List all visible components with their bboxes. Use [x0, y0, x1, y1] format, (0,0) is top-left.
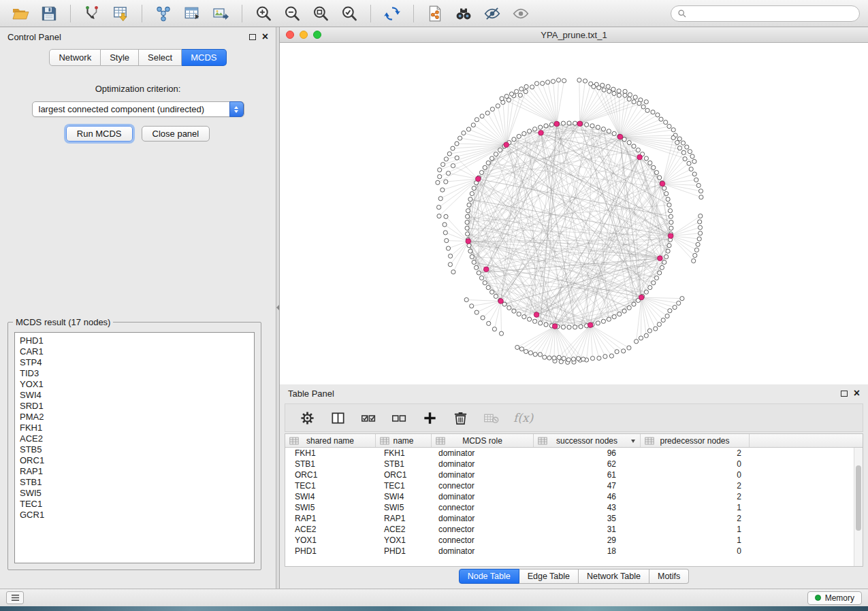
cell: 61: [534, 470, 641, 480]
gear-button[interactable]: [298, 408, 317, 427]
window-minimize-button[interactable]: [300, 31, 308, 39]
delete-button[interactable]: [451, 408, 470, 427]
splitter-collapse-icon[interactable]: [276, 305, 279, 310]
cell: 62: [534, 459, 641, 469]
tab-network[interactable]: Network: [49, 49, 101, 66]
delete-icon: [453, 410, 468, 426]
run-mcds-button[interactable]: Run MCDS: [66, 126, 133, 142]
dominator-node: [637, 154, 643, 160]
search-box[interactable]: [671, 5, 860, 22]
cell: dominator: [432, 546, 534, 556]
cell: 1: [641, 525, 750, 534]
table-panel-title: Table Panel: [288, 389, 334, 399]
close-panel-button[interactable]: Close panel: [142, 126, 210, 142]
result-node-item: PMA2: [20, 412, 254, 423]
import-network-button[interactable]: [80, 3, 104, 24]
table-row[interactable]: ACE2ACE2connector311: [285, 524, 863, 535]
import-public-button[interactable]: [423, 3, 447, 24]
memory-button[interactable]: Memory: [807, 591, 862, 605]
optimization-criterion-select[interactable]: largest connected component (undirected): [32, 101, 244, 117]
save-button[interactable]: [37, 3, 61, 24]
zoom-fit-button[interactable]: [308, 3, 333, 24]
window-close-button[interactable]: [286, 31, 294, 39]
new-table-icon: [183, 5, 201, 22]
cell: 43: [534, 503, 641, 512]
result-node-item: STP4: [20, 357, 254, 368]
refresh-button[interactable]: [380, 3, 404, 24]
status-menu-button[interactable]: [6, 591, 24, 604]
dominator-node: [539, 130, 544, 135]
cell: SWI5: [285, 503, 376, 512]
cell: FKH1: [285, 448, 376, 458]
table-row[interactable]: TEC1TEC1connector472: [285, 480, 863, 491]
tab-node-table[interactable]: Node Table: [459, 569, 519, 584]
function-builder-button[interactable]: f(x): [513, 411, 533, 425]
cell: SWI4: [285, 492, 376, 501]
dominator-node: [476, 176, 481, 182]
check-none-button[interactable]: [389, 408, 408, 427]
window-zoom-button[interactable]: [313, 31, 321, 39]
attribute-icon: [436, 437, 445, 445]
search-input[interactable]: [691, 8, 853, 18]
column-header-predecessor-nodes[interactable]: predecessor nodes: [641, 434, 750, 447]
close-panel-icon[interactable]: ×: [262, 33, 268, 40]
table-row[interactable]: ORC1ORC1dominator610: [285, 469, 863, 480]
zoom-selected-button[interactable]: [337, 3, 361, 24]
open-folder-button[interactable]: [8, 3, 33, 24]
column-header-successor-nodes[interactable]: successor nodes: [534, 434, 641, 447]
new-network-button[interactable]: [151, 3, 176, 24]
tab-motifs[interactable]: Motifs: [649, 569, 689, 584]
close-table-panel-icon[interactable]: ×: [854, 390, 860, 397]
cell: 1: [641, 503, 750, 512]
cell: RAP1: [376, 514, 432, 523]
float-panel-icon[interactable]: [249, 34, 256, 40]
optimization-label: Optimization criterion:: [0, 84, 276, 94]
table-row[interactable]: YOX1YOX1connector291: [285, 535, 863, 546]
import-table-button[interactable]: [108, 3, 133, 24]
tab-mcds[interactable]: MCDS: [182, 49, 226, 66]
table-row[interactable]: SWI4SWI4dominator462: [285, 491, 863, 502]
column-header-name[interactable]: name: [376, 434, 432, 447]
tab-edge-table[interactable]: Edge Table: [519, 569, 579, 584]
column-header-MCDS-role[interactable]: MCDS role: [432, 434, 534, 447]
mcds-result-group: MCDS result (17 nodes) PHD1CAR1STP4TID3Y…: [7, 317, 261, 570]
check-all-icon: [361, 410, 376, 426]
check-all-button[interactable]: [359, 408, 378, 427]
save-icon: [40, 5, 58, 22]
tab-select[interactable]: Select: [139, 49, 182, 66]
column-header-shared-name[interactable]: shared name: [285, 434, 376, 447]
node-table: shared namenameMCDS rolesuccessor nodesp…: [285, 433, 863, 567]
first-neighbors-button[interactable]: [451, 3, 476, 24]
columns-button[interactable]: [328, 408, 347, 427]
new-table-button[interactable]: [180, 3, 204, 24]
zoom-out-button[interactable]: [280, 3, 304, 24]
table-row[interactable]: STB1STB1dominator620: [285, 459, 863, 469]
table-row[interactable]: SWI5SWI5connector431: [285, 502, 863, 513]
zoom-in-button[interactable]: [251, 3, 276, 24]
cell: 46: [534, 492, 641, 501]
tab-network-table[interactable]: Network Table: [579, 569, 649, 584]
cell: 1: [641, 535, 750, 545]
export-image-button[interactable]: [208, 3, 233, 24]
cell: dominator: [432, 492, 534, 501]
mcds-result-list[interactable]: PHD1CAR1STP4TID3YOX1SWI4SRD1PMA2FKH1ACE2…: [14, 332, 255, 563]
sort-dropdown-icon[interactable]: [631, 440, 635, 443]
table-row[interactable]: RAP1RAP1dominator352: [285, 513, 863, 524]
add-button[interactable]: [420, 408, 439, 427]
scrollbar-thumb[interactable]: [856, 465, 861, 531]
control-panel: Control Panel × NetworkStyleSelectMCDS O…: [0, 27, 276, 589]
tab-style[interactable]: Style: [101, 49, 139, 66]
show-all-button[interactable]: [509, 3, 533, 24]
cell: connector: [432, 525, 534, 534]
column-label: MCDS role: [462, 436, 502, 446]
network-canvas[interactable]: [280, 43, 868, 384]
hide-selected-button[interactable]: [480, 3, 504, 24]
table-row[interactable]: FKH1FKH1dominator962: [285, 448, 863, 459]
cell: dominator: [432, 448, 534, 458]
add-icon: [422, 410, 438, 426]
float-table-panel-icon[interactable]: [841, 391, 848, 397]
table-scrollbar[interactable]: [854, 448, 863, 566]
table-panel: Table Panel × f(x) shared namenameMCDS r…: [280, 384, 868, 589]
table-row[interactable]: PHD1PHD1dominator180: [285, 546, 863, 557]
cell: 31: [534, 525, 641, 534]
